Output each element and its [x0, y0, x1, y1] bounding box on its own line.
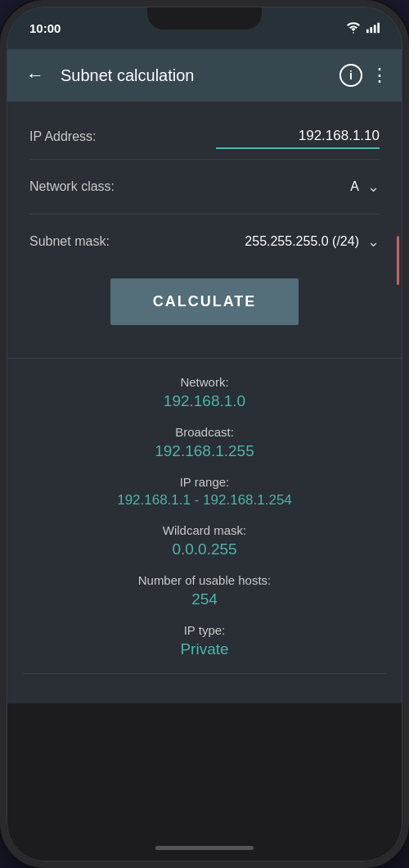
hosts-value: 254 — [23, 590, 386, 608]
ip-address-row: IP Address: — [29, 124, 380, 149]
result-ip-type: IP type: Private — [23, 623, 386, 658]
result-network: Network: 192.168.1.0 — [23, 375, 386, 410]
svg-rect-0 — [366, 29, 369, 33]
divider-2 — [29, 214, 380, 215]
ip-input-wrapper — [97, 124, 380, 149]
back-button[interactable]: ← — [20, 61, 51, 89]
wildcard-value: 0.0.0.255 — [23, 540, 386, 558]
result-ip-range: IP range: 192.168.1.1 - 192.168.1.254 — [23, 475, 386, 509]
main-content: IP Address: Network class: A ⌄ Subnet ma… — [7, 102, 402, 358]
subnet-mask-row[interactable]: Subnet mask: 255.255.255.0 (/24) ⌄ — [29, 224, 380, 259]
ip-type-value: Private — [23, 640, 386, 658]
home-indicator — [155, 846, 254, 850]
divider-1 — [29, 159, 380, 160]
svg-rect-3 — [377, 23, 380, 33]
phone-frame: 10:00 ← Subnet calculation i — [0, 0, 409, 868]
wifi-icon — [345, 22, 362, 34]
calculate-button[interactable]: CALCULATE — [110, 278, 299, 325]
result-broadcast: Broadcast: 192.168.1.255 — [23, 425, 386, 460]
wildcard-label: Wildcard mask: — [23, 523, 386, 537]
network-value: 192.168.1.0 — [23, 392, 386, 410]
network-label: Network: — [23, 375, 386, 389]
more-options-button[interactable]: ⋮ — [371, 65, 389, 86]
subnet-mask-value: 255.255.255.0 (/24) — [245, 234, 359, 249]
page-title: Subnet calculation — [61, 66, 330, 85]
broadcast-value: 192.168.1.255 — [23, 442, 386, 460]
signal-icon — [366, 22, 380, 34]
result-wildcard: Wildcard mask: 0.0.0.255 — [23, 523, 386, 558]
result-hosts: Number of usable hosts: 254 — [23, 573, 386, 608]
network-class-row[interactable]: Network class: A ⌄ — [29, 170, 380, 204]
ip-address-label: IP Address: — [29, 129, 97, 144]
top-bar-icons: i ⋮ — [339, 64, 389, 87]
network-class-label: Network class: — [29, 179, 115, 194]
network-class-chevron-down-icon: ⌄ — [367, 178, 380, 196]
subnet-mask-dropdown[interactable]: 255.255.255.0 (/24) ⌄ — [245, 233, 380, 251]
top-bar: ← Subnet calculation i ⋮ — [7, 49, 402, 102]
status-time: 10:00 — [29, 21, 61, 35]
results-section: Network: 192.168.1.0 Broadcast: 192.168.… — [7, 358, 402, 703]
notch — [147, 7, 262, 29]
svg-rect-1 — [370, 27, 372, 33]
subnet-mask-label: Subnet mask: — [29, 234, 110, 249]
network-class-dropdown[interactable]: A ⌄ — [350, 178, 380, 196]
subnet-mask-chevron-down-icon: ⌄ — [367, 233, 380, 251]
calculate-button-wrapper: CALCULATE — [29, 259, 380, 341]
ip-address-input[interactable] — [216, 124, 380, 149]
status-icons — [345, 22, 380, 34]
hosts-label: Number of usable hosts: — [23, 573, 386, 587]
info-button[interactable]: i — [339, 64, 362, 87]
broadcast-label: Broadcast: — [23, 425, 386, 439]
scroll-indicator — [397, 236, 399, 285]
bottom-divider — [23, 673, 386, 674]
ip-range-value: 192.168.1.1 - 192.168.1.254 — [23, 492, 386, 509]
svg-rect-2 — [374, 25, 376, 33]
network-class-value: A — [350, 179, 359, 194]
ip-type-label: IP type: — [23, 623, 386, 637]
ip-range-label: IP range: — [23, 475, 386, 489]
